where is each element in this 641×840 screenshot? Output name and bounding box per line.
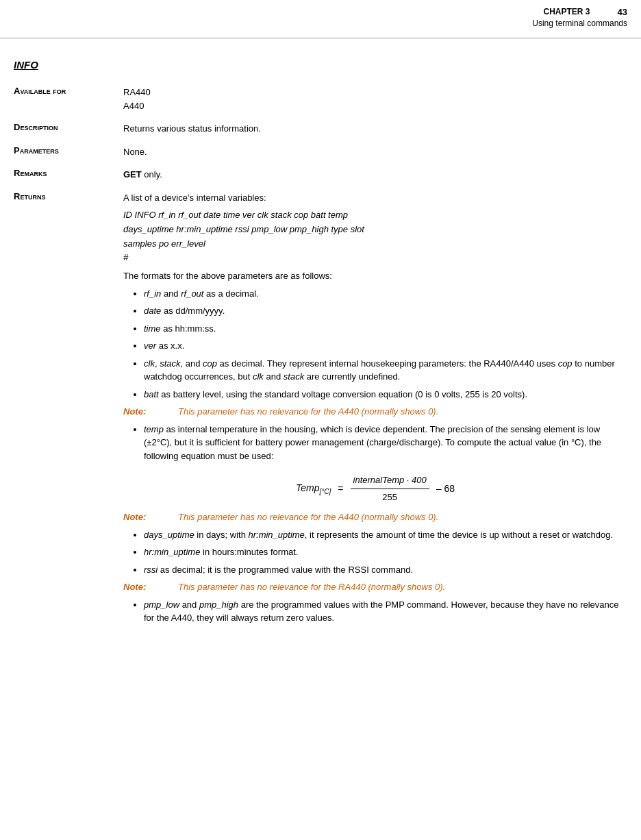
description-row: Description Returns various status infor…	[14, 119, 627, 143]
formula-lhs: Temp[°C]	[296, 481, 331, 497]
code-block: ID INFO rf_in rf_out date time ver clk s…	[123, 208, 627, 265]
returns-row: Returns A list of a device’s internal va…	[14, 188, 627, 636]
available-for-label: Available for	[14, 83, 123, 119]
available-for-value: RA440 A440	[123, 83, 627, 119]
fraction-numerator: internalTemp · 400	[351, 473, 429, 489]
parameters-value: None.	[123, 143, 627, 166]
formula-minus: – 68	[436, 482, 455, 496]
fraction-denominator: 255	[379, 489, 400, 504]
formula-equals: =	[338, 482, 343, 496]
available-for-row: Available for RA440 A440	[14, 83, 627, 119]
formula: Temp[°C] = internalTemp · 400 255 – 68	[296, 473, 455, 504]
parameters-row: Parameters None.	[14, 143, 627, 166]
description-label: Description	[14, 119, 123, 143]
bullet-item: rf_in and rf_out as a decimal.	[144, 287, 627, 301]
header-subtitle: Using terminal commands	[532, 18, 627, 28]
bullet-item: days_uptime in days; with hr:min_uptime,…	[144, 528, 627, 542]
bullet-item: clk, stack, and cop as decimal. They rep…	[144, 357, 627, 384]
page-container: CHAPTER 3 43 Using terminal commands INF…	[0, 0, 641, 840]
bullet-item: pmp_low and pmp_high are the programmed …	[144, 598, 627, 625]
bullet-list-4: pmp_low and pmp_high are the programmed …	[144, 598, 627, 625]
page-header: CHAPTER 3 43 Using terminal commands	[0, 0, 641, 38]
bullet-list-3: days_uptime in days; with hr:min_uptime,…	[144, 528, 627, 577]
parameters-label: Parameters	[14, 143, 123, 166]
bullet-item: rssi as decimal; it is the programmed va…	[144, 563, 627, 577]
section-title: INFO	[14, 59, 627, 71]
definition-table: Available for RA440 A440 Description Ret…	[14, 83, 627, 636]
returns-value: A list of a device’s internal variables:…	[123, 188, 627, 636]
formula-fraction: internalTemp · 400 255	[351, 473, 429, 504]
formula-container: Temp[°C] = internalTemp · 400 255 – 68	[123, 473, 627, 504]
page-number: 43	[618, 7, 627, 17]
bullet-item: ver as x.x.	[144, 339, 627, 353]
formats-intro: The formats for the above parameters are…	[123, 269, 627, 283]
note-1: Note: This parameter has no relevance fo…	[123, 405, 627, 419]
main-content: INFO Available for RA440 A440 Descriptio…	[0, 38, 641, 654]
description-value: Returns various status information.	[123, 119, 627, 143]
note-2: Note: This parameter has no relevance fo…	[123, 510, 627, 524]
bullet-item: date as dd/mm/yyyy.	[144, 304, 627, 318]
bullet-item: time as hh:mm:ss.	[144, 322, 627, 336]
remarks-label: Remarks	[14, 165, 123, 188]
remarks-value: GET only.	[123, 165, 627, 188]
bullet-list-1: rf_in and rf_out as a decimal. date as d…	[144, 287, 627, 402]
bullet-item: batt as battery level, using the standar…	[144, 388, 627, 402]
chapter-label: CHAPTER 3	[544, 7, 590, 16]
bullet-item: hr:min_uptime in hours:minutes format.	[144, 545, 627, 559]
remarks-row: Remarks GET only.	[14, 165, 627, 188]
bullet-list-2: temp as internal temperature in the hous…	[144, 423, 627, 463]
note-3: Note: This parameter has no relevance fo…	[123, 580, 627, 594]
returns-label: Returns	[14, 188, 123, 636]
bullet-item: temp as internal temperature in the hous…	[144, 423, 627, 463]
